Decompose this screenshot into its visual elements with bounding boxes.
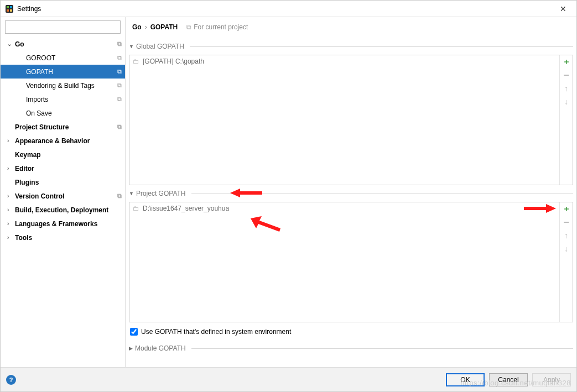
- global-side-buttons: ＋ − ↑ ↓: [559, 55, 573, 185]
- tree-label: GOROOT: [26, 54, 55, 62]
- chevron-right-icon: ›: [7, 138, 14, 144]
- tree-label: Languages & Frameworks: [15, 220, 97, 228]
- tree-item-go[interactable]: ⌄Go⧉: [1, 37, 125, 51]
- tree-label: Imports: [26, 96, 48, 103]
- project-side-buttons: ＋ − ↑ ↓: [559, 202, 573, 322]
- move-up-button[interactable]: ↑: [560, 82, 573, 95]
- path-text: [GOPATH] C:\gopath: [143, 58, 204, 65]
- tree-item-keymap[interactable]: Keymap: [1, 148, 125, 161]
- tree-item-tools[interactable]: ›Tools: [1, 231, 125, 244]
- settings-sidebar: 🔍 ⌄Go⧉ GOROOT⧉ GOPATH⧉ Vendoring & Build…: [1, 17, 126, 367]
- remove-button[interactable]: −: [560, 216, 573, 229]
- main-panel: Go › GOPATH ⧉ For current project ▼ Glob…: [126, 17, 576, 367]
- app-icon: [5, 4, 14, 13]
- tree-item-plugins[interactable]: Plugins: [1, 175, 125, 189]
- triangle-down-icon: ▼: [129, 191, 134, 196]
- tree-label: Version Control: [15, 192, 64, 200]
- tree-item-project-structure[interactable]: Project Structure⧉: [1, 120, 125, 134]
- tree-item-imports[interactable]: Imports⧉: [1, 92, 125, 106]
- use-env-gopath-row[interactable]: Use GOPATH that's defined in system envi…: [129, 323, 573, 340]
- divider: [190, 46, 573, 47]
- tree-item-goroot[interactable]: GOROOT⧉: [1, 51, 125, 65]
- svg-rect-2: [10, 6, 12, 8]
- path-text: D:\issue1647_server_youhua: [143, 205, 229, 212]
- move-down-button[interactable]: ↓: [560, 95, 573, 108]
- checkbox-label: Use GOPATH that's defined in system envi…: [141, 328, 291, 336]
- section-title: Module GOPATH: [135, 344, 186, 352]
- svg-rect-4: [10, 9, 12, 12]
- remove-button[interactable]: −: [560, 69, 573, 82]
- section-module-gopath[interactable]: ▶ Module GOPATH: [129, 343, 573, 353]
- copy-icon: ⧉: [117, 40, 122, 48]
- tree-item-gopath[interactable]: GOPATH⧉: [1, 65, 125, 79]
- divider: [191, 348, 573, 349]
- tree-item-version-control[interactable]: ›Version Control⧉: [1, 189, 125, 203]
- tree-label: Vendoring & Build Tags: [26, 82, 95, 90]
- dialog-footer: ? OK Cancel Apply: [1, 367, 576, 391]
- chevron-right-icon: ›: [7, 193, 14, 199]
- tree-item-vendoring[interactable]: Vendoring & Build Tags⧉: [1, 79, 125, 92]
- tree-label: Plugins: [15, 179, 39, 186]
- copy-icon: ⧉: [117, 82, 122, 89]
- help-button[interactable]: ?: [6, 375, 16, 385]
- breadcrumb-seg: GOPATH: [150, 23, 178, 31]
- ok-button[interactable]: OK: [446, 373, 485, 386]
- copy-icon: ⧉: [117, 96, 122, 103]
- tree-item-build[interactable]: ›Build, Execution, Deployment: [1, 203, 125, 217]
- svg-rect-1: [7, 6, 9, 8]
- move-down-button[interactable]: ↓: [560, 242, 573, 255]
- section-title: Global GOPATH: [136, 43, 184, 50]
- window-title: Settings: [17, 5, 554, 13]
- copy-icon: ⧉: [117, 192, 122, 200]
- global-gopath-list: 🗀 [GOPATH] C:\gopath ＋ − ↑ ↓: [129, 55, 573, 185]
- path-entry[interactable]: 🗀 D:\issue1647_server_youhua: [129, 202, 559, 215]
- copy-icon: ⧉: [117, 68, 122, 75]
- copy-icon: ⧉: [117, 54, 122, 61]
- cancel-button[interactable]: Cancel: [489, 373, 528, 386]
- folder-icon: 🗀: [133, 205, 139, 212]
- tree-label: Build, Execution, Deployment: [15, 206, 108, 214]
- apply-button: Apply: [532, 373, 571, 386]
- chevron-right-icon: ›: [7, 234, 14, 241]
- search-input[interactable]: [5, 20, 121, 34]
- chevron-right-icon: ›: [7, 165, 14, 171]
- add-button[interactable]: ＋: [560, 202, 573, 216]
- triangle-down-icon: ▼: [129, 44, 134, 49]
- section-global-gopath[interactable]: ▼ Global GOPATH: [129, 41, 573, 51]
- tree-item-languages[interactable]: ›Languages & Frameworks: [1, 217, 125, 231]
- project-gopath-list: 🗀 D:\issue1647_server_youhua ＋ − ↑ ↓: [129, 202, 573, 322]
- folder-icon: 🗀: [133, 58, 139, 65]
- add-button[interactable]: ＋: [560, 55, 573, 69]
- tree-item-editor[interactable]: ›Editor: [1, 161, 125, 175]
- close-button[interactable]: ✕: [554, 4, 572, 13]
- settings-tree: ⌄Go⧉ GOROOT⧉ GOPATH⧉ Vendoring & Build T…: [1, 37, 125, 367]
- scope-text: For current project: [194, 23, 248, 31]
- scope-label: ⧉ For current project: [186, 23, 248, 31]
- breadcrumb: Go › GOPATH ⧉ For current project: [126, 17, 576, 37]
- chevron-right-icon: ›: [7, 221, 14, 227]
- use-env-gopath-checkbox[interactable]: [130, 328, 138, 336]
- tree-label: On Save: [26, 109, 52, 117]
- svg-rect-3: [7, 9, 9, 12]
- section-title: Project GOPATH: [136, 190, 186, 197]
- divider: [191, 194, 574, 194]
- tree-label: Appearance & Behavior: [15, 137, 90, 145]
- triangle-right-icon: ▶: [129, 346, 133, 351]
- tree-label: Go: [15, 40, 24, 48]
- tree-item-appearance[interactable]: ›Appearance & Behavior: [1, 134, 125, 148]
- tree-label: Tools: [15, 234, 32, 242]
- chevron-right-icon: ›: [7, 207, 14, 213]
- copy-icon: ⧉: [117, 123, 122, 130]
- tree-item-onsave[interactable]: On Save: [1, 106, 125, 120]
- move-up-button[interactable]: ↑: [560, 229, 573, 242]
- copy-icon: ⧉: [186, 23, 191, 31]
- tree-label: GOPATH: [26, 68, 53, 76]
- tree-label: Keymap: [15, 151, 41, 159]
- path-entry[interactable]: 🗀 [GOPATH] C:\gopath: [129, 55, 559, 67]
- section-project-gopath[interactable]: ▼ Project GOPATH: [129, 189, 573, 198]
- chevron-right-icon: ›: [145, 23, 147, 31]
- chevron-down-icon: ⌄: [7, 41, 14, 47]
- titlebar: Settings ✕: [1, 1, 576, 17]
- tree-label: Editor: [15, 165, 34, 173]
- breadcrumb-seg: Go: [132, 23, 142, 31]
